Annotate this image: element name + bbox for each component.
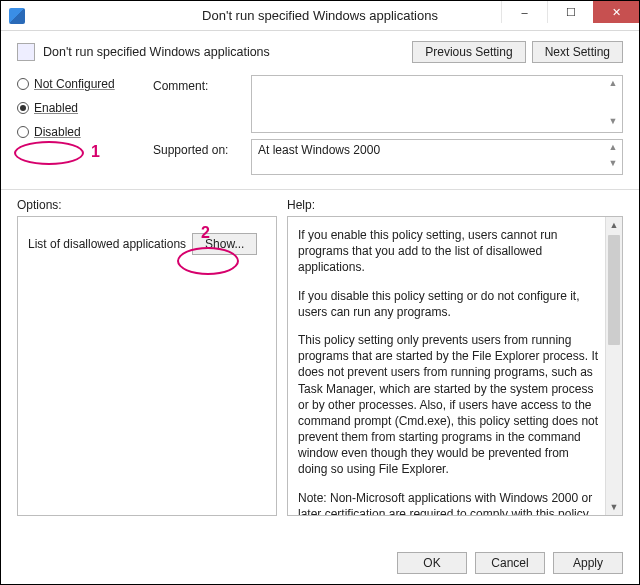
comment-value	[252, 76, 622, 82]
scroll-down-icon[interactable]: ▼	[606, 116, 620, 130]
comment-label: Comment:	[153, 75, 243, 133]
minimize-button[interactable]: –	[501, 1, 547, 23]
options-row: List of disallowed applications Show...	[18, 217, 276, 271]
radio-disabled[interactable]: Disabled	[17, 125, 137, 139]
radio-label: Enabled	[34, 101, 78, 115]
radio-dot-icon	[17, 126, 29, 138]
heading-left: Don't run specified Windows applications	[17, 43, 270, 61]
radio-not-configured[interactable]: Not Configured	[17, 77, 137, 91]
previous-setting-button[interactable]: Previous Setting	[412, 41, 525, 63]
scroll-down-icon[interactable]: ▼	[606, 158, 620, 172]
nav-buttons: Previous Setting Next Setting	[412, 41, 623, 63]
disallowed-list-label: List of disallowed applications	[28, 237, 186, 251]
scroll-up-icon[interactable]: ▲	[606, 78, 620, 92]
policy-title: Don't run specified Windows applications	[43, 45, 270, 59]
window-buttons: – ☐ ✕	[501, 1, 639, 23]
help-p4: Note: Non-Microsoft applications with Wi…	[298, 490, 600, 515]
header-section: Don't run specified Windows applications…	[1, 31, 639, 190]
show-button[interactable]: Show...	[192, 233, 257, 255]
close-button[interactable]: ✕	[593, 1, 639, 23]
policy-icon	[17, 43, 35, 61]
apply-button[interactable]: Apply	[553, 552, 623, 574]
radio-label: Not Configured	[34, 77, 115, 91]
scroll-up-icon[interactable]: ▲	[606, 142, 620, 156]
cancel-button[interactable]: Cancel	[475, 552, 545, 574]
help-p1: If you enable this policy setting, users…	[298, 227, 600, 276]
help-p2: If you disable this policy setting or do…	[298, 288, 600, 320]
comment-textarea[interactable]: ▲ ▼	[251, 75, 623, 133]
heading-row: Don't run specified Windows applications…	[17, 41, 623, 63]
radio-label: Disabled	[34, 125, 81, 139]
comment-row: Comment: ▲ ▼	[153, 75, 623, 133]
radio-dot-icon	[17, 102, 29, 114]
help-scrollbar[interactable]: ▲ ▼	[605, 217, 622, 515]
panels: List of disallowed applications Show... …	[1, 216, 639, 516]
maximize-button[interactable]: ☐	[547, 1, 593, 23]
app-system-icon	[9, 8, 25, 24]
supported-value: At least Windows 2000	[252, 140, 622, 160]
ok-button[interactable]: OK	[397, 552, 467, 574]
options-label: Options:	[17, 198, 287, 212]
help-panel: If you enable this policy setting, users…	[287, 216, 623, 516]
supported-row: Supported on: At least Windows 2000 ▲ ▼	[153, 139, 623, 175]
help-text: If you enable this policy setting, users…	[288, 217, 622, 515]
scrollbar-thumb[interactable]	[608, 235, 620, 345]
labels-row: Options: Help:	[1, 190, 639, 216]
supported-label: Supported on:	[153, 139, 243, 175]
titlebar: Don't run specified Windows applications…	[1, 1, 639, 31]
radio-dot-icon	[17, 78, 29, 90]
footer-buttons: OK Cancel Apply	[397, 552, 623, 574]
radio-enabled[interactable]: Enabled	[17, 101, 137, 115]
options-panel: List of disallowed applications Show...	[17, 216, 277, 516]
next-setting-button[interactable]: Next Setting	[532, 41, 623, 63]
config-area: Not Configured Enabled Disabled Comment:…	[17, 75, 623, 181]
help-p3: This policy setting only prevents users …	[298, 332, 600, 478]
scroll-up-icon[interactable]: ▲	[606, 217, 622, 233]
help-label: Help:	[287, 198, 623, 212]
scroll-down-icon[interactable]: ▼	[606, 499, 622, 515]
state-radio-group: Not Configured Enabled Disabled	[17, 75, 137, 181]
supported-box: At least Windows 2000 ▲ ▼	[251, 139, 623, 175]
fields-column: Comment: ▲ ▼ Supported on: At least Wind…	[153, 75, 623, 181]
